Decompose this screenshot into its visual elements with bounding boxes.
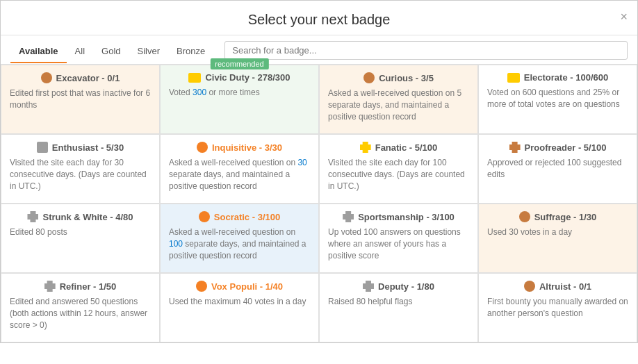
badge-desc: Asked a well-received question on 100 se… [169,226,310,261]
badge-name: Sportsmanship - 3/100 [358,212,455,222]
badge-cell[interactable]: Inquisitive - 3/30 Asked a well-received… [160,134,319,204]
badge-desc: Edited first post that was inactive for … [10,88,151,111]
gold-rect-icon [507,73,520,83]
badge-desc: First bounty you manually awarded on ano… [487,296,628,320]
brown-puzzle-icon [509,142,521,153]
orange-dot-icon [197,142,208,153]
recommended-tag: recommended [210,58,268,69]
tab-gold[interactable]: Gold [93,42,129,63]
badge-cell[interactable]: Vox Populi - 1/40 Used the maximum 40 vo… [160,273,319,342]
badge-name: Curious - 3/5 [379,73,434,83]
badge-name: Refiner - 1/50 [60,281,117,292]
badge-name: Excavator - 0/1 [56,73,120,83]
orange-dot-icon [199,211,210,222]
badge-header: Strunk & White - 4/80 [10,211,151,222]
grey-puzzle-icon [363,281,374,292]
badge-header: Vox Populi - 1/40 [169,281,310,292]
badge-header: Curious - 3/5 [328,72,469,83]
bronze-icon [524,281,535,292]
badge-header: Proofreader - 5/100 [487,142,628,153]
grey-puzzle-icon [44,281,56,292]
badge-cell[interactable]: Proofreader - 5/100 Approved or rejected… [478,134,637,204]
badge-cell[interactable]: Socratic - 3/100 Asked a well-received q… [160,204,319,273]
badge-desc: Asked a well-received question on 30 sep… [169,157,310,192]
badge-desc: Used 30 votes in a day [487,226,628,238]
gold-puzzle-icon [360,142,371,153]
badge-desc: Edited 80 posts [10,226,151,238]
badge-name: Electorate - 100/600 [524,72,608,83]
badge-header: Altruist - 0/1 [487,281,628,292]
badge-desc: Asked a well-received question on 5 sepa… [328,88,469,122]
badge-header: Refiner - 1/50 [10,281,151,292]
badge-cell[interactable]: Enthusiast - 5/30 Visited the site each … [1,134,160,204]
badge-cell[interactable]: Deputy - 1/80 Raised 80 helpful flags [319,273,478,342]
badge-cell[interactable]: Refiner - 1/50 Edited and answered 50 qu… [1,273,160,342]
orange-dot-icon [196,281,207,292]
bronze-icon [363,72,375,83]
badge-name: Altruist - 0/1 [539,281,591,292]
badge-desc: Approved or rejected 100 suggested edits [487,157,628,181]
badge-header: Sportsmanship - 3/100 [328,211,469,222]
badge-cell[interactable]: Curious - 3/5 Asked a well-received ques… [319,65,478,134]
badge-header: Excavator - 0/1 [10,72,151,83]
badge-name: Fanatic - 5/100 [375,142,438,153]
badge-desc: Up voted 100 answers on questions where … [328,226,469,261]
badge-desc: Visited the site each day for 30 consecu… [10,157,151,192]
badges-grid: Excavator - 0/1 Edited first post that w… [1,65,637,342]
badge-cell[interactable]: Strunk & White - 4/80 Edited 80 posts [1,204,160,273]
grey-puzzle-icon [343,211,354,222]
badge-name: Civic Duty - 278/300 [205,72,290,83]
badge-cell[interactable]: Electorate - 100/600 Voted on 600 questi… [478,65,637,134]
badge-header: Inquisitive - 3/30 [169,142,310,153]
badge-name: Enthusiast - 5/30 [52,142,124,153]
bronze-icon [41,72,52,83]
badge-name: Proofreader - 5/100 [525,142,607,153]
modal-title: Select your next badge [248,12,391,27]
badge-name: Inquisitive - 3/30 [212,142,282,153]
grey-square-icon [37,142,48,153]
badge-name: Vox Populi - 1/40 [211,281,283,292]
badge-name: Socratic - 3/100 [214,212,280,222]
search-input[interactable] [224,41,628,60]
badge-desc: Edited and answered 50 questions (both a… [10,296,151,331]
badge-header: Suffrage - 1/30 [487,211,628,222]
modal: Select your next badge × AvailableAllGol… [0,0,638,343]
badge-desc: Used the maximum 40 votes in a day [169,296,310,308]
badge-name: Deputy - 1/80 [378,281,434,292]
badge-desc: Voted 300 or more times [169,87,310,99]
badge-cell[interactable]: Suffrage - 1/30 Used 30 votes in a day [478,204,637,273]
gold-rect-icon [188,73,201,83]
badge-desc: Voted on 600 questions and 25% or more o… [487,87,628,110]
badge-cell[interactable]: Sportsmanship - 3/100 Up voted 100 answe… [319,204,478,273]
close-button[interactable]: × [620,10,628,23]
badge-desc: Raised 80 helpful flags [328,296,469,308]
badge-header: Electorate - 100/600 [487,72,628,83]
badge-header: Enthusiast - 5/30 [10,142,151,153]
badge-name: Strunk & White - 4/80 [42,212,133,222]
badge-header: Deputy - 1/80 [328,281,469,292]
badge-desc: Visited the site each day for 100 consec… [328,157,469,192]
badge-header: Socratic - 3/100 [169,211,310,222]
modal-header: Select your next badge × [1,1,637,35]
tabs-search-bar: AvailableAllGoldSilverBronze [1,35,637,65]
tab-bronze[interactable]: Bronze [168,42,213,63]
tab-silver[interactable]: Silver [129,42,169,63]
badge-cell[interactable]: recommended Civic Duty - 278/300 Voted 3… [160,65,319,134]
badge-cell[interactable]: Altruist - 0/1 First bounty you manually… [478,273,637,342]
badge-cell[interactable]: Fanatic - 5/100 Visited the site each da… [319,134,478,204]
badge-header: Fanatic - 5/100 [328,142,469,153]
tab-group: AvailableAllGoldSilverBronze [10,42,213,63]
badge-name: Suffrage - 1/30 [534,212,597,222]
badge-cell[interactable]: Excavator - 0/1 Edited first post that w… [1,65,160,134]
grey-puzzle-icon [27,211,38,222]
tab-all[interactable]: All [67,42,93,63]
tab-available[interactable]: Available [10,42,67,63]
badge-header: Civic Duty - 278/300 [169,72,310,83]
bronze-icon [519,211,530,222]
